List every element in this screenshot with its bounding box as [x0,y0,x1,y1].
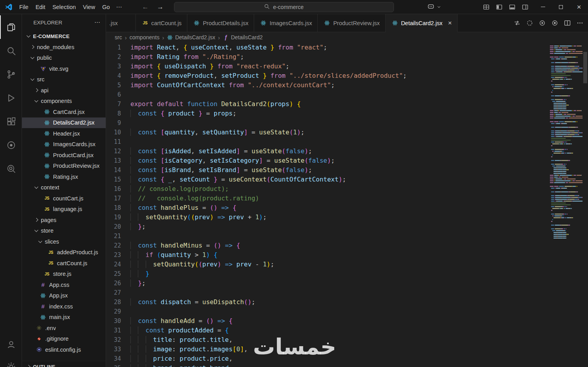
tab-ProductReview.jsx[interactable]: ProductReview.jsx [318,14,385,32]
scrollbar-thumb[interactable] [583,52,587,83]
line-content[interactable]: import { useDispatch } from "react-redux… [130,62,289,71]
tree-item-index.css[interactable]: #index.css [22,301,106,312]
breadcrumb-DetailsCard2[interactable]: ƒDetailsCard2 [223,34,263,40]
explorer-more-actions-icon[interactable]: ⋯ [94,19,100,26]
extension-a-icon[interactable] [0,133,22,157]
run-debug-icon[interactable] [0,86,22,110]
menu-go[interactable]: Go [99,2,113,12]
line-number[interactable]: 5 [106,81,130,90]
tree-item-slices[interactable]: slices [22,236,106,247]
tree-item-pages[interactable]: pages [22,215,106,226]
tree-item-node_modules[interactable]: node_modules [22,42,106,53]
minimize-button[interactable] [534,0,552,14]
line-number[interactable]: 22 [106,241,130,250]
breadcrumb-components[interactable]: components [130,34,159,40]
line-content[interactable]: } [130,269,149,279]
line-number[interactable]: 33 [106,345,130,354]
more-menu-icon[interactable]: ⋯ [114,2,125,12]
tree-item-ProductReview.jsx[interactable]: ProductReview.jsx [22,161,106,172]
line-number[interactable]: 17 [106,194,130,203]
line-number[interactable]: 9 [106,118,130,128]
tree-item-.gitignore[interactable]: .gitignore [22,334,106,345]
line-content[interactable]: }; [130,279,146,288]
line-number[interactable]: 6 [106,90,130,99]
line-number[interactable]: 19 [106,213,130,222]
tree-item-ProductCard.jsx[interactable]: ProductCard.jsx [22,150,106,161]
line-content[interactable]: const handleAdd = () => { [130,316,233,326]
line-number[interactable]: 31 [106,326,130,335]
explorer-icon[interactable] [0,15,22,39]
settings-icon[interactable] [0,355,22,367]
tree-item-components[interactable]: components [22,96,106,107]
line-content[interactable]: image: product.images[0], [130,345,248,354]
close-button[interactable]: × [570,0,588,14]
line-content[interactable]: const handleMinus = () => { [130,241,240,250]
split-editor-icon[interactable] [564,20,571,26]
command-center-search[interactable]: e-commerce [174,2,394,12]
tree-item-App.jsx[interactable]: App.jsx [22,290,106,301]
maximize-button[interactable] [552,0,570,14]
tree-item-store.js[interactable]: JSstore.js [22,269,106,280]
customize-layout-icon[interactable] [483,4,489,10]
line-content[interactable]: export default function DetailsCard2(pro… [130,99,301,109]
line-number[interactable]: 1 [106,43,130,52]
line-number[interactable]: 4 [106,71,130,81]
line-number[interactable]: 18 [106,203,130,213]
line-content[interactable]: // console.log(product); [130,184,229,194]
line-content[interactable]: setQuantity((prev) => prev - 1); [130,260,274,269]
tree-item-src[interactable]: src [22,74,106,85]
line-content[interactable]: const [quantity, setQuantity] = useState… [130,128,304,137]
tree-item-Header.jsx[interactable]: Header.jsx [22,128,106,139]
line-content[interactable]: // console.log(product.rating) [130,194,259,203]
line-content[interactable]: const [isAdded, setIsAdded] = useState(f… [130,147,312,156]
line-number[interactable]: 15 [106,175,130,184]
tree-item-CartCard.jsx[interactable]: CartCard.jsx [22,106,106,117]
line-number[interactable]: 20 [106,222,130,231]
line-content[interactable]: const [isCategory, setIsCategory] = useS… [130,156,335,165]
line-content[interactable]: title: product.title, [130,335,233,345]
tree-item-.env[interactable]: .env [22,323,106,334]
code-editor[interactable]: 1import React, { useContext, useState } … [106,42,588,367]
line-number[interactable]: 26 [106,279,130,288]
tab-ImagesCards.jsx[interactable]: ImagesCards.jsx [254,14,318,32]
tree-item-api[interactable]: api [22,85,106,96]
line-content[interactable]: price: product.price, [130,354,233,363]
line-content[interactable]: brand: product.brand, [130,363,233,367]
line-number[interactable]: 8 [106,109,130,118]
extension-b-icon[interactable] [0,157,22,180]
tab-cartCount.js[interactable]: JScartCount.js [136,14,187,32]
record-circle-icon[interactable] [551,20,558,26]
line-number[interactable]: 2 [106,52,130,62]
more-actions-icon[interactable] [577,20,583,26]
tree-item-public[interactable]: public [22,53,106,64]
breadcrumb-src[interactable]: src [115,34,122,40]
line-number[interactable]: 12 [106,147,130,156]
line-content[interactable]: import { removeProduct, setProduct } fro… [130,71,407,81]
account-icon[interactable] [0,333,22,355]
line-number[interactable]: 30 [106,316,130,326]
line-number[interactable]: 34 [106,354,130,363]
forward-icon[interactable]: → [157,3,164,11]
line-content[interactable]: }; [130,222,146,231]
line-number[interactable]: 28 [106,297,130,307]
toggle-sidebar-icon[interactable] [496,4,502,10]
line-content[interactable]: import React, { useContext, useState } f… [130,43,327,52]
line-number[interactable]: 32 [106,335,130,345]
tree-item-countCart.js[interactable]: JScountCart.js [22,193,106,204]
tree-item-App.css[interactable]: #App.css [22,279,106,290]
line-content[interactable]: import CountOfCartContext from "../conte… [130,81,335,90]
line-content[interactable]: import Rating from "./Rating"; [130,52,244,62]
open-changes-icon[interactable] [514,20,520,26]
line-number[interactable]: 16 [106,184,130,194]
menu-view[interactable]: View [79,2,99,12]
line-content[interactable]: const dispatch = useDispatch(); [130,297,255,307]
tab-DetailsCard2.jsx[interactable]: DetailsCard2.jsx× [386,14,458,32]
line-content[interactable]: if (quantity > 1) { [130,250,218,260]
line-content[interactable]: const { _, setCount } = useContext(Count… [130,175,346,184]
line-number[interactable]: 3 [106,62,130,71]
tree-item-Rating.jsx[interactable]: Rating.jsx [22,171,106,182]
tree-item-store[interactable]: store [22,226,106,237]
source-control-icon[interactable] [0,62,22,86]
line-content[interactable]: setQuantity((prev) => prev + 1); [130,213,267,222]
line-number[interactable]: 35 [106,363,130,367]
